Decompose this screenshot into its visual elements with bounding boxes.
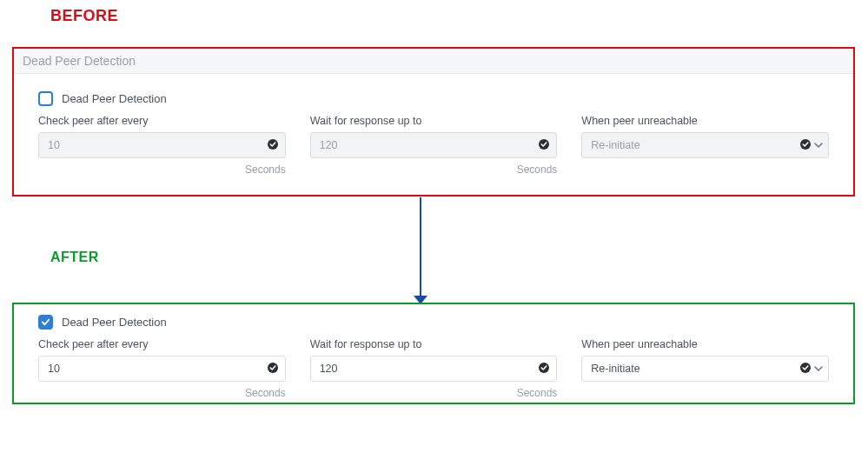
wait-for-value: 120 (320, 363, 338, 375)
chevron-down-icon (814, 137, 823, 153)
wait-for-field: Wait for response up to 120 Seconds (310, 338, 558, 399)
unreachable-field: When peer unreachable Re-initiate (581, 115, 829, 176)
wait-for-label: Wait for response up to (310, 115, 558, 127)
check-peer-field: Check peer after every 10 Seconds (38, 338, 286, 399)
unreachable-select[interactable]: Re-initiate (581, 132, 829, 158)
valid-check-icon (268, 137, 278, 153)
arrow-line (420, 197, 421, 297)
valid-check-icon (800, 137, 811, 153)
chevron-down-icon (814, 361, 823, 376)
dpd-checkbox-row: Dead Peer Detection (38, 315, 829, 330)
check-peer-value: 10 (48, 139, 60, 151)
dpd-checkbox-label: Dead Peer Detection (62, 92, 167, 105)
dpd-checkbox[interactable] (38, 91, 53, 106)
check-peer-input[interactable]: 10 (38, 356, 286, 382)
wait-for-input[interactable]: 120 (310, 356, 558, 382)
unreachable-select[interactable]: Re-initiate (581, 356, 829, 382)
check-peer-unit: Seconds (38, 387, 286, 399)
section-title-bar: Dead Peer Detection (14, 49, 853, 74)
dpd-checkbox-row: Dead Peer Detection (38, 91, 829, 106)
check-peer-label: Check peer after every (38, 338, 286, 350)
after-panel: Dead Peer Detection Check peer after eve… (12, 303, 855, 404)
section-title: Dead Peer Detection (23, 54, 136, 68)
valid-check-icon (268, 361, 278, 376)
wait-for-unit: Seconds (310, 163, 558, 176)
before-heading: BEFORE (50, 7, 118, 25)
wait-for-input[interactable]: 120 (310, 132, 558, 158)
unreachable-field: When peer unreachable Re-initiate (581, 338, 829, 399)
wait-for-label: Wait for response up to (310, 338, 558, 350)
after-heading: AFTER (50, 250, 99, 265)
before-panel: Dead Peer Detection Dead Peer Detection … (12, 47, 855, 197)
valid-check-icon (539, 137, 549, 153)
check-peer-label: Check peer after every (38, 115, 286, 127)
check-peer-unit: Seconds (38, 163, 286, 176)
unreachable-label: When peer unreachable (581, 115, 829, 127)
dpd-checkbox-label: Dead Peer Detection (62, 316, 167, 329)
valid-check-icon (539, 361, 549, 376)
valid-check-icon (800, 361, 811, 376)
unreachable-value: Re-initiate (591, 363, 639, 375)
dpd-checkbox[interactable] (38, 315, 53, 330)
wait-for-value: 120 (320, 139, 338, 151)
check-peer-field: Check peer after every 10 Seconds (38, 115, 286, 176)
unreachable-label: When peer unreachable (581, 338, 829, 350)
wait-for-field: Wait for response up to 120 Seconds (310, 115, 558, 176)
check-peer-input[interactable]: 10 (38, 132, 286, 158)
wait-for-unit: Seconds (310, 387, 558, 399)
check-peer-value: 10 (48, 363, 60, 375)
unreachable-value: Re-initiate (591, 139, 639, 151)
